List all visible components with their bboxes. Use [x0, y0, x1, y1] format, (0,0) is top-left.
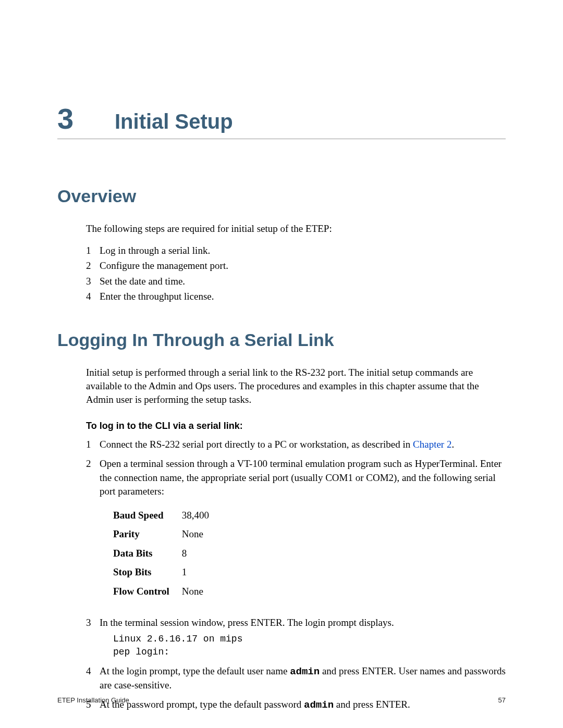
list-item: 3Set the date and time.	[86, 274, 506, 289]
serial-steps-list: 1 Connect the RS-232 serial port directl…	[57, 438, 506, 712]
table-row: Flow Control None	[113, 582, 222, 601]
serial-subheading: To log in to the CLI via a serial link:	[86, 421, 506, 431]
terminal-output: Linux 2.6.16.17 on mips pep login:	[113, 633, 506, 658]
list-item: 4Enter the throughput license.	[86, 289, 506, 304]
footer-page-number: 57	[498, 696, 506, 704]
overview-heading: Overview	[57, 186, 506, 206]
table-row: Baud Speed 38,400	[113, 506, 222, 525]
param-value: 8	[182, 544, 222, 563]
page-content: 3 Initial Setup Overview The following s…	[0, 0, 563, 712]
page-footer: ETEP Installation Guide 57	[57, 696, 506, 704]
param-label: Stop Bits	[113, 563, 182, 582]
param-value: 38,400	[182, 506, 222, 525]
serial-intro: Initial setup is performed through a ser…	[57, 366, 506, 406]
list-item: 4 At the login prompt, type the default …	[86, 664, 506, 693]
chapter-title: Initial Setup	[115, 111, 233, 132]
serial-params-table: Baud Speed 38,400 Parity None Data Bits …	[113, 506, 222, 601]
step-text: Enter the throughput license.	[100, 289, 214, 304]
chapter-header: 3 Initial Setup	[57, 104, 506, 139]
param-label: Parity	[113, 525, 182, 544]
param-value: None	[182, 582, 222, 601]
chapter-2-link[interactable]: Chapter 2	[413, 439, 451, 450]
table-row: Parity None	[113, 525, 222, 544]
inline-code-admin: admin	[290, 666, 320, 677]
list-item: 1Log in through a serial link.	[86, 243, 506, 258]
param-label: Data Bits	[113, 544, 182, 563]
param-label: Baud Speed	[113, 506, 182, 525]
table-row: Stop Bits 1	[113, 563, 222, 582]
overview-intro: The following steps are required for ini…	[57, 222, 506, 236]
step-text: Log in through a serial link.	[100, 243, 210, 258]
chapter-number: 3	[57, 104, 115, 133]
list-item: 1 Connect the RS-232 serial port directl…	[86, 438, 506, 452]
step3-text: In the terminal session window, press EN…	[100, 617, 394, 628]
list-item: 3 In the terminal session window, press …	[86, 616, 506, 659]
step4-pre: At the login prompt, type the default us…	[100, 665, 290, 676]
step-text: Set the date and time.	[100, 274, 185, 289]
step1-post: .	[451, 439, 454, 450]
serial-heading: Logging In Through a Serial Link	[57, 330, 506, 350]
footer-title: ETEP Installation Guide	[57, 696, 129, 704]
step-text: Configure the management port.	[100, 258, 228, 273]
param-value: None	[182, 525, 222, 544]
param-value: 1	[182, 563, 222, 582]
list-item: 2 Open a terminal session through a VT-1…	[86, 457, 506, 611]
step1-pre: Connect the RS-232 serial port directly …	[100, 439, 413, 450]
step2-text: Open a terminal session through a VT-100…	[100, 458, 501, 497]
table-row: Data Bits 8	[113, 544, 222, 563]
param-label: Flow Control	[113, 582, 182, 601]
overview-steps-list: 1Log in through a serial link. 2Configur…	[57, 243, 506, 304]
list-item: 2Configure the management port.	[86, 258, 506, 273]
